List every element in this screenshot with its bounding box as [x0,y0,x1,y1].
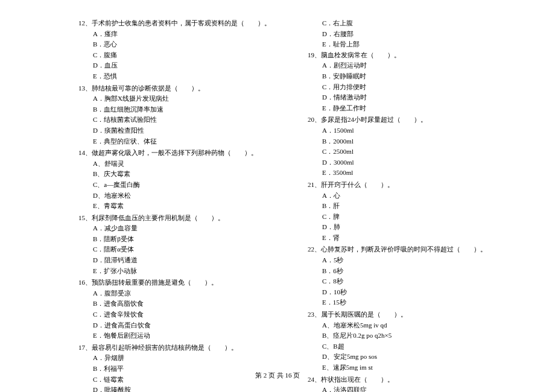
left-column: 12、手术前护士收集的患者资料中，属于客观资料的是（ ）。A．瘙痒B．恶心C．腹… [24,18,278,392]
options-list: A．法洛四联症B．室间隔缺损C．房间隔缺损D．动脉导管未闭E．肺动脉狭窄 [308,385,501,392]
option-item: D．肺 [322,222,501,233]
option-item: E．扩张小动脉 [93,266,271,277]
option-item: A、地塞米松5mg iv qd [322,320,501,331]
question-stem: 20、多尿是指24小时尿量超过（ ）。 [308,115,501,125]
page-footer: 第 2 页 共 16 页 [0,371,555,380]
option-item: D、地塞米松 [93,191,271,201]
question: 21、肝开窍于什么（ ）。A．心B．肝C．脾D．肺E．肾 [308,180,501,244]
option-item: A．1500ml [322,125,501,136]
options-list: A．胸部X线摄片发现病灶B．血红细胞沉降率加速C．结核菌素试验阳性D．痰菌检查阳… [78,93,271,147]
options-list: A．剧烈运动时B．安静睡眠时C．用力排便时D．情绪激动时E．静坐工作时 [308,60,501,113]
question: 13、肺结核最可靠的诊断依据是（ ）。A．胸部X线摄片发现病灶B．血红细胞沉降率… [78,83,271,147]
option-item: B．血红细胞沉降率加速 [93,104,271,115]
options-list: A．瘙痒B．恶心C．腹痛D．血压E．恐惧 [78,29,271,82]
option-item: A、舒喘灵 [93,159,271,169]
option-item: A．法洛四联症 [322,385,501,392]
options-list: A．心B．肝C．脾D．肺E．肾 [308,191,501,244]
question-stem: 16、预防肠扭转最重要的措施是避免（ ）。 [78,277,271,288]
question: 16、预防肠扭转最重要的措施是避免（ ）。A．腹部受凉B．进食高脂饮食C．进食辛… [78,277,271,341]
option-item: A．心 [322,191,501,201]
option-item: D．右腰部 [322,29,501,40]
option-item: B．阻断β受体 [93,234,271,245]
option-item: C、B超 [322,341,501,352]
question: 15、利尿剂降低血压的主要作用机制是（ ）。A．减少血容量B．阻断β受体C．阻断… [78,213,271,277]
option-item: E．饱餐后剧烈运动 [93,330,271,341]
question: 20、多尿是指24小时尿量超过（ ）。A．1500mlB．2000mlC．250… [308,115,501,179]
option-item: E．静坐工作时 [322,103,501,114]
option-item: D．吡嗪酰胺 [93,385,271,392]
question-stem: 19、脑血栓发病常在（ ）。 [308,50,501,61]
option-item: D、安定5mg po sos [322,352,501,362]
option-item: C．用力排便时 [322,82,501,93]
option-item: A．异烟肼 [93,353,271,364]
option-item: C．进食辛辣饮食 [93,309,271,320]
option-item: B．安静睡眠时 [322,71,501,82]
options-list: A．腹部受凉B．进食高脂饮食C．进食辛辣饮食D．进食高蛋白饮食E．饱餐后剧烈运动 [78,288,271,341]
option-item: C．腹痛 [93,50,271,61]
option-item: D．阻滞钙通道 [93,255,271,266]
option-item: D．痰菌检查阳性 [93,125,271,136]
option-item: B．恶心 [93,39,271,50]
option-item: A．减少血容量 [93,223,271,234]
option-item: E．3500ml [322,168,501,179]
option-item: A．胸部X线摄片发现病灶 [93,93,271,104]
option-item: B．进食高脂饮食 [93,299,271,309]
option-item: B、庆大霉素 [93,169,271,180]
option-item: E．恐惧 [93,71,271,82]
option-item: E．典型的症状、体征 [93,136,271,147]
option-item: B．2000ml [322,136,501,147]
options-list: A．1500mlB．2000mlC．2500mlD．3000mlE．3500ml [308,125,501,179]
option-item: B、痉尼片0.2g po q2h×5 [322,330,501,341]
option-item: D．血压 [93,60,271,71]
question: 19、脑血栓发病常在（ ）。A．剧烈运动时B．安静睡眠时C．用力排便时D．情绪激… [308,50,501,114]
option-item: C．2500ml [322,147,501,157]
question: 22、心肺复苏时，判断及评价呼吸的时间不得超过（ ）。A．5秒B．6秒C．8秒D… [308,244,501,308]
option-item: A．瘙痒 [93,29,271,40]
question-stem: 14、做超声雾化吸入时，一般不选择下列那种药物（ ）。 [78,148,271,159]
option-item: A．5秒 [322,255,501,266]
option-item: D．情绪激动时 [322,92,501,103]
option-item: E．15秒 [322,297,501,308]
option-item: D．进食高蛋白饮食 [93,320,271,331]
content-columns: 12、手术前护士收集的患者资料中，属于客观资料的是（ ）。A．瘙痒B．恶心C．腹… [0,18,555,392]
options-list: A、舒喘灵B、庆大霉素C、a—糜蛋白酶D、地塞米松E、青霉素 [78,159,271,212]
question-stem: 22、心肺复苏时，判断及评价呼吸的时间不得超过（ ）。 [308,244,501,255]
question: 14、做超声雾化吸入时，一般不选择下列那种药物（ ）。A、舒喘灵B、庆大霉素C、… [78,148,271,212]
option-item: E．肾 [322,233,501,244]
option-item: A．腹部受凉 [93,288,271,299]
question-stem: 21、肝开窍于什么（ ）。 [308,180,501,191]
option-item: E、青霉素 [93,201,271,212]
option-item: C．脾 [322,212,501,223]
question-stem: 12、手术前护士收集的患者资料中，属于客观资料的是（ ）。 [78,18,271,29]
question-stem: 17、最容易引起听神经损害的抗结核药物是（ ）。 [78,343,271,353]
option-item: E．耻骨上部 [322,39,501,50]
options-list: A．减少血容量B．阻断β受体C．阻断α受体D．阻滞钙通道E．扩张小动脉 [78,223,271,276]
option-item: D．10秒 [322,287,501,298]
question: 17、最容易引起听神经损害的抗结核药物是（ ）。A．异烟肼B．利福平C．链霉素D… [78,343,271,392]
right-column: C．右上腹D．右腰部E．耻骨上部19、脑血栓发病常在（ ）。A．剧烈运动时B．安… [278,18,531,392]
option-item: C．结核菌素试验阳性 [93,115,271,125]
options-list: A．5秒B．6秒C．8秒D．10秒E．15秒 [308,255,501,308]
option-item: C．8秒 [322,276,501,287]
question-stem: 13、肺结核最可靠的诊断依据是（ ）。 [78,83,271,94]
question: 12、手术前护士收集的患者资料中，属于客观资料的是（ ）。A．瘙痒B．恶心C．腹… [78,18,271,82]
option-item: C．阻断α受体 [93,244,271,255]
options-list: C．右上腹D．右腰部E．耻骨上部 [308,18,501,50]
option-item: C．右上腹 [322,18,501,29]
option-item: B．肝 [322,201,501,212]
option-item: C、a—糜蛋白酶 [93,180,271,191]
question-stem: 15、利尿剂降低血压的主要作用机制是（ ）。 [78,213,271,224]
option-item: D．3000ml [322,157,501,168]
options-list: A、地塞米松5mg iv qdB、痉尼片0.2g po q2h×5C、B超D、安… [308,320,501,373]
option-item: B．6秒 [322,266,501,277]
question-stem: 23、属于长期医嘱的是（ ）。 [308,309,501,320]
option-item: A．剧烈运动时 [322,60,501,71]
question: 23、属于长期医嘱的是（ ）。A、地塞米松5mg iv qdB、痉尼片0.2g … [308,309,501,373]
